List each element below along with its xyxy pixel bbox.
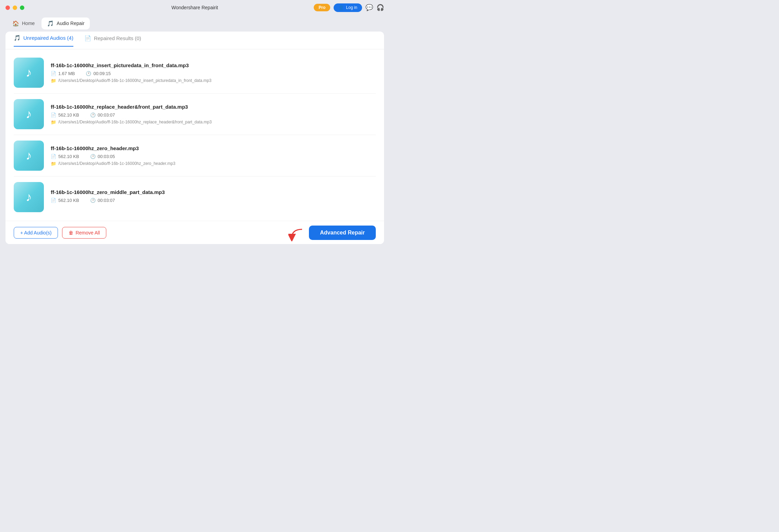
file-thumbnail: ♪ — [14, 99, 44, 129]
clock-icon: 🕐 — [86, 71, 91, 76]
folder-icon: 📁 — [51, 78, 56, 83]
headphones-button[interactable]: 🎧 — [376, 4, 384, 11]
file-size-item: 📄 562.10 KB — [51, 112, 79, 118]
file-item: ♪ ff-16b-1c-16000hz_insert_picturedata_i… — [14, 52, 376, 94]
audio-repair-icon: 🎵 — [47, 20, 54, 27]
file-meta: 📄 562.10 KB 🕐 00:03:07 — [51, 112, 376, 118]
file-size-item: 📄 562.10 KB — [51, 154, 79, 159]
file-name: ff-16b-1c-16000hz_zero_middle_part_data.… — [51, 189, 376, 195]
titlebar-actions: Pro 👤 Log in 💬 🎧 — [314, 3, 384, 12]
minimize-button[interactable] — [13, 5, 17, 10]
app-title: Wondershare Repairit — [171, 5, 218, 10]
advanced-repair-button[interactable]: Advanced Repair — [309, 226, 376, 240]
clock-icon: 🕐 — [90, 154, 96, 159]
file-path: 📁 /Users/ws1/Desktop/Audio/ff-16b-1c-160… — [51, 78, 376, 83]
window-controls — [5, 5, 24, 10]
nav-tab-home[interactable]: 🏠 Home — [7, 17, 40, 29]
file-info: ff-16b-1c-16000hz_zero_header.mp3 📄 562.… — [51, 145, 376, 166]
music-note-icon: ♪ — [26, 148, 32, 163]
arrow-indicator — [288, 228, 305, 241]
file-item: ♪ ff-16b-1c-16000hz_zero_header.mp3 📄 56… — [14, 135, 376, 177]
file-duration-item: 🕐 00:09:15 — [86, 71, 111, 76]
file-item: ♪ ff-16b-1c-16000hz_replace_header&front… — [14, 94, 376, 135]
nav-tab-audio-repair[interactable]: 🎵 Audio Repair — [41, 17, 90, 29]
file-size-item: 📄 562.10 KB — [51, 198, 79, 203]
file-icon: 📄 — [51, 71, 56, 76]
file-thumbnail: ♪ — [14, 182, 44, 212]
repaired-icon: 📄 — [84, 35, 91, 41]
file-meta: 📄 562.10 KB 🕐 00:03:07 — [51, 198, 376, 203]
clock-icon: 🕐 — [90, 198, 96, 203]
login-button[interactable]: 👤 Log in — [334, 3, 362, 12]
file-size: 562.10 KB — [58, 198, 79, 203]
folder-icon: 📁 — [51, 120, 56, 125]
unrepaired-icon: 🎵 — [14, 35, 21, 41]
file-meta: 📄 562.10 KB 🕐 00:03:05 — [51, 154, 376, 159]
file-size: 562.10 KB — [58, 154, 79, 159]
add-audio-button[interactable]: + Add Audio(s) — [14, 227, 58, 239]
pro-badge[interactable]: Pro — [314, 4, 330, 11]
chat-button[interactable]: 💬 — [365, 4, 373, 11]
file-path: 📁 /Users/ws1/Desktop/Audio/ff-16b-1c-160… — [51, 120, 376, 125]
file-list: ♪ ff-16b-1c-16000hz_insert_picturedata_i… — [5, 49, 384, 221]
file-path: 📁 /Users/ws1/Desktop/Audio/ff-16b-1c-160… — [51, 161, 376, 166]
file-info: ff-16b-1c-16000hz_zero_middle_part_data.… — [51, 189, 376, 205]
file-icon: 📄 — [51, 112, 56, 118]
home-icon: 🏠 — [12, 20, 19, 27]
file-meta: 📄 1.67 MB 🕐 00:09:15 — [51, 71, 376, 76]
remove-all-button[interactable]: 🗑 Remove All — [62, 227, 106, 239]
tab-repaired[interactable]: 📄 Repaired Results (0) — [84, 35, 141, 46]
folder-icon: 📁 — [51, 161, 56, 166]
titlebar: Wondershare Repairit Pro 👤 Log in 💬 🎧 — [0, 0, 389, 15]
close-button[interactable] — [5, 5, 10, 10]
file-info: ff-16b-1c-16000hz_replace_header&front_p… — [51, 104, 376, 125]
file-duration: 00:03:05 — [98, 154, 115, 159]
music-note-icon: ♪ — [26, 190, 32, 204]
file-icon: 📄 — [51, 198, 56, 203]
file-duration-item: 🕐 00:03:05 — [90, 154, 115, 159]
file-name: ff-16b-1c-16000hz_zero_header.mp3 — [51, 145, 376, 151]
file-duration: 00:09:15 — [93, 71, 111, 76]
file-item: ♪ ff-16b-1c-16000hz_zero_middle_part_dat… — [14, 177, 376, 218]
music-note-icon: ♪ — [26, 107, 32, 121]
file-thumbnail: ♪ — [14, 58, 44, 88]
clock-icon: 🕐 — [90, 112, 96, 118]
bottom-left-actions: + Add Audio(s) 🗑 Remove All — [14, 227, 106, 239]
music-note-icon: ♪ — [26, 65, 32, 80]
tab-unrepaired[interactable]: 🎵 Unrepaired Audios (4) — [14, 35, 73, 47]
maximize-button[interactable] — [20, 5, 24, 10]
file-size: 562.10 KB — [58, 112, 79, 118]
file-duration: 00:03:07 — [98, 198, 115, 203]
file-info: ff-16b-1c-16000hz_insert_picturedata_in_… — [51, 62, 376, 83]
file-duration-item: 🕐 00:03:07 — [90, 198, 115, 203]
bottom-bar: + Add Audio(s) 🗑 Remove All Advanced Rep… — [5, 221, 384, 244]
user-icon: 👤 — [338, 5, 344, 10]
main-content: 🎵 Unrepaired Audios (4) 📄 Repaired Resul… — [5, 32, 384, 244]
nav-bar: 🏠 Home 🎵 Audio Repair — [0, 15, 389, 32]
file-thumbnail: ♪ — [14, 141, 44, 171]
file-name: ff-16b-1c-16000hz_replace_header&front_p… — [51, 104, 376, 110]
file-size-item: 📄 1.67 MB — [51, 71, 75, 76]
file-duration-item: 🕐 00:03:07 — [90, 112, 115, 118]
file-name: ff-16b-1c-16000hz_insert_picturedata_in_… — [51, 62, 376, 68]
file-duration: 00:03:07 — [98, 112, 115, 118]
sub-tabs: 🎵 Unrepaired Audios (4) 📄 Repaired Resul… — [5, 32, 384, 49]
file-icon: 📄 — [51, 154, 56, 159]
file-size: 1.67 MB — [58, 71, 75, 76]
trash-icon: 🗑 — [69, 230, 73, 235]
